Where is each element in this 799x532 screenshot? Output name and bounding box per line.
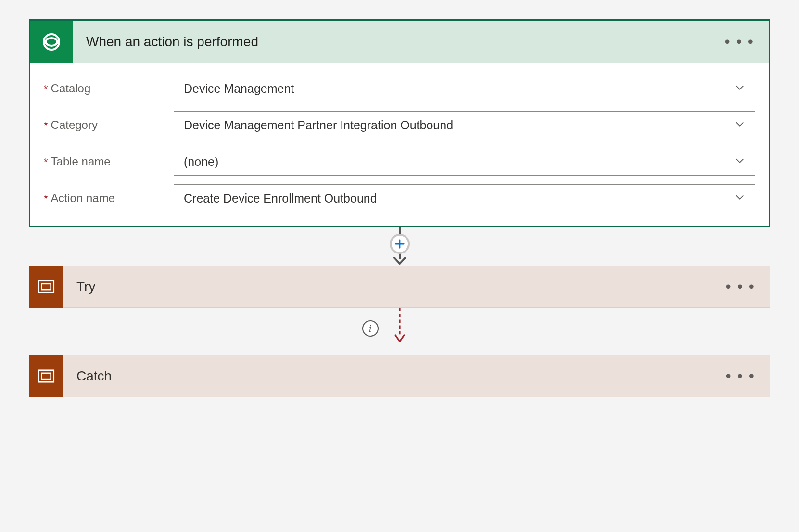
chevron-down-icon: [735, 191, 745, 205]
trigger-header[interactable]: When an action is performed • • •: [30, 21, 769, 63]
field-label: *Action name: [44, 191, 174, 205]
trigger-body: *Catalog Device Management *Category Dev…: [30, 63, 769, 226]
add-step-button[interactable]: [390, 234, 410, 254]
table-name-select[interactable]: (none): [174, 148, 755, 176]
info-icon: i: [369, 323, 372, 334]
connector-line: [399, 227, 401, 234]
plus-icon: [394, 239, 405, 249]
dashed-arrow-down-icon: [392, 308, 408, 345]
select-value: Device Management: [184, 82, 294, 96]
svg-rect-2: [38, 281, 54, 293]
chevron-down-icon: [735, 82, 745, 96]
select-value: Create Device Enrollment Outbound: [184, 191, 377, 205]
scope-icon: [29, 266, 63, 308]
try-scope-card[interactable]: Try • • •: [29, 266, 770, 308]
field-label: *Catalog: [44, 82, 174, 95]
svg-rect-5: [38, 370, 54, 382]
action-name-select[interactable]: Create Device Enrollment Outbound: [174, 184, 755, 212]
try-title: Try: [63, 279, 726, 294]
catalog-select[interactable]: Device Management: [174, 75, 755, 102]
field-row-catalog: *Catalog Device Management: [44, 75, 755, 102]
field-row-table-name: *Table name (none): [44, 148, 755, 176]
catch-menu-button[interactable]: • • •: [726, 374, 770, 379]
select-value: (none): [184, 155, 218, 169]
field-row-category: *Category Device Management Partner Inte…: [44, 111, 755, 139]
trigger-card: When an action is performed • • • *Catal…: [29, 19, 770, 227]
try-menu-button[interactable]: • • •: [726, 284, 770, 289]
run-after-info-button[interactable]: i: [362, 320, 379, 337]
chevron-down-icon: [735, 118, 745, 132]
field-row-action-name: *Action name Create Device Enrollment Ou…: [44, 184, 755, 212]
run-after-connector: i: [29, 308, 770, 355]
select-value: Device Management Partner Integration Ou…: [184, 118, 453, 132]
field-label: *Category: [44, 118, 174, 132]
scope-icon: [29, 355, 63, 397]
trigger-menu-button[interactable]: • • •: [725, 39, 769, 44]
dataverse-swirl-icon: [30, 21, 73, 63]
field-label: *Table name: [44, 155, 174, 168]
svg-rect-6: [41, 373, 51, 379]
chevron-down-icon: [735, 155, 745, 169]
catch-scope-card[interactable]: Catch • • •: [29, 355, 770, 397]
catch-title: Catch: [63, 368, 726, 384]
trigger-title: When an action is performed: [73, 34, 725, 50]
add-step-connector: [29, 227, 770, 266]
category-select[interactable]: Device Management Partner Integration Ou…: [174, 111, 755, 139]
svg-rect-3: [41, 284, 51, 290]
